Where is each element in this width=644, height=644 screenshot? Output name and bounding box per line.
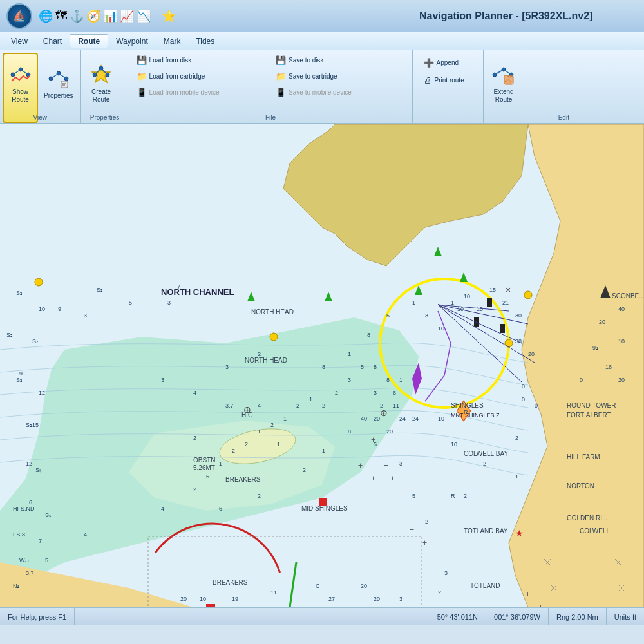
toolbar-icon-map[interactable]: 🗺 [55,9,67,23]
menu-mark[interactable]: Mark [156,35,189,48]
extend-route-button[interactable]: ExtendRoute [486,53,522,123]
svg-line-9 [59,73,66,79]
save-disk-icon: 💾 [276,55,286,65]
extend-route-label: ExtendRoute [494,88,514,104]
save-mobile-icon: 📱 [276,88,286,97]
show-route-label: ShowRoute [12,88,29,104]
load-cart-label: Load from cartridge [149,73,205,80]
toolbar-icon-compass[interactable]: 🧭 [86,9,100,23]
range-text: Rng 2.00 Nm [556,613,598,621]
status-range: Rng 2.00 Nm [549,608,607,625]
save-cart-label: Save to cartridge [289,73,337,80]
titlebar: ⛵ 🌐 🗺 ⚓ 🧭 📊 📈 📉 ⭐ Navigation Planner - [… [0,0,644,32]
load-from-disk-button[interactable]: 💾 Load from disk [132,53,270,68]
help-text: For Help, press F1 [8,613,66,621]
append-label: Append [437,59,459,66]
create-route-button[interactable]: CreateRoute [84,53,119,123]
save-to-cartridge-button[interactable]: 📁 Save to cartridge [271,69,410,84]
load-disk-icon: 💾 [137,55,147,65]
toolbar-icon-globe[interactable]: 🌐 [39,9,53,23]
longitude-text: 001° 36'.079W [494,613,540,621]
file-group-label: File [129,114,412,121]
menu-waypoint[interactable]: Waypoint [108,35,156,48]
create-route-label: CreateRoute [91,88,111,104]
menubar: View Chart Route Waypoint Mark Tides [0,32,644,50]
status-position: 50° 43'.011N [430,608,486,625]
statusbar: For Help, press F1 50° 43'.011N 001° 36'… [0,607,644,625]
status-longitude: 001° 36'.079W [486,608,549,625]
toolbar-separator [156,10,156,23]
svg-line-3 [13,70,21,75]
map-canvas[interactable] [0,124,644,607]
status-units: Units ft [607,608,644,625]
print-icon: 🖨 [424,75,432,85]
save-mobile-label: Save to mobile device [289,89,352,96]
toolbar-group-edit: ExtendRoute Edit [484,50,644,123]
load-mobile-label: Load from mobile device [149,89,220,96]
toolbar: ShowRoute Properties View [0,50,644,124]
print-route-button[interactable]: 🖨 Print route [419,73,469,88]
load-from-mobile-button: 📱 Load from mobile device [132,85,270,100]
view-group-label: View [0,114,80,121]
menu-chart[interactable]: Chart [35,35,70,48]
toolbar-group-create: CreateRoute Properties [81,50,129,123]
toolbar-icon-chart3[interactable]: 📉 [137,9,151,23]
load-from-cartridge-button[interactable]: 📁 Load from cartridge [132,69,270,84]
app-title: Navigation Planner - [5R392XL.nv2] [401,10,612,22]
svg-line-4 [21,70,28,75]
svg-line-22 [495,70,504,75]
app-logo-icon: ⛵ [13,10,26,22]
toolbar-group-append: ➕ Append 🖨 Print route [413,50,484,123]
extend-route-icon [492,63,515,86]
load-disk-label: Load from disk [149,57,192,64]
properties-label: Properties [44,92,73,100]
toolbar-group-file: 💾 Load from disk 💾 Save to disk 📁 Load f… [129,50,413,123]
svg-rect-10 [61,81,68,88]
status-help: For Help, press F1 [0,608,75,625]
load-cart-icon: 📁 [137,71,147,81]
svg-line-23 [504,70,511,75]
position-text: 50° 43'.011N [437,613,478,621]
units-text: Units ft [614,613,636,621]
toolbar-icon-chart2[interactable]: 📈 [120,9,134,23]
svg-line-8 [51,73,59,79]
edit-group-label: Edit [484,114,644,121]
append-icon: ➕ [424,58,434,68]
menu-route[interactable]: Route [70,34,108,48]
app-logo: ⛵ [6,3,32,29]
save-disk-label: Save to disk [289,57,323,64]
print-route-label: Print route [435,77,464,84]
toolbar-group-view: ShowRoute Properties View [0,50,81,123]
load-mobile-icon: 📱 [137,88,147,97]
toolbar-icon-star[interactable]: ⭐ [162,9,176,23]
create-route-icon [90,63,113,86]
show-route-button[interactable]: ShowRoute [3,53,38,123]
properties-icon [47,67,70,90]
menu-view[interactable]: View [3,35,35,48]
save-to-disk-button[interactable]: 💾 Save to disk [271,53,410,68]
properties-group-label: Properties [81,114,129,121]
map-container[interactable] [0,124,644,607]
save-to-mobile-button: 📱 Save to mobile device [271,85,410,100]
properties-button[interactable]: Properties [39,53,78,123]
append-button[interactable]: ➕ Append [419,55,469,70]
toolbar-icon-anchor[interactable]: ⚓ [70,9,84,23]
toolbar-icon-chart1[interactable]: 📊 [103,9,117,23]
show-route-icon [9,63,32,86]
save-cart-icon: 📁 [276,71,286,81]
menu-tides[interactable]: Tides [188,35,222,48]
